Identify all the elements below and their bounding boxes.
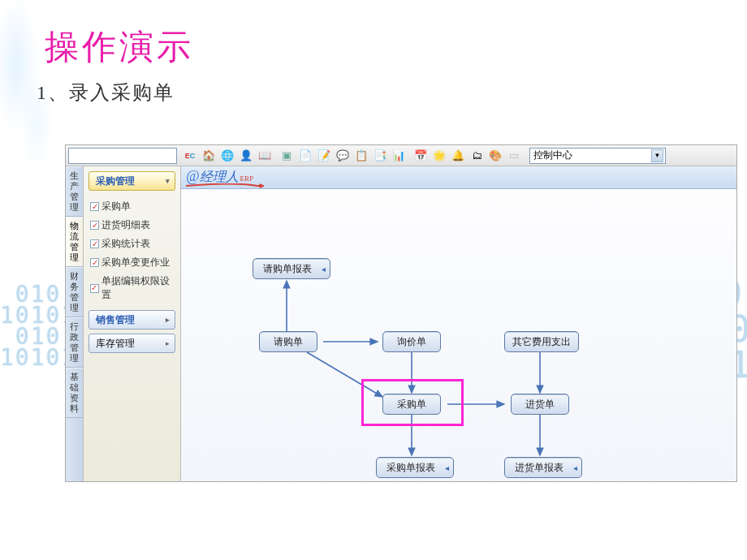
tree-item-receipt-detail[interactable]: ✓进货明细表 [90, 216, 175, 235]
note-a-icon[interactable]: 📋 [352, 147, 370, 165]
vertical-module-tabs: 生产管理 物流管理 财务管理 行政管理 基础资料 [66, 166, 84, 481]
tree-item-doc-perms[interactable]: ✓单据编辑权限设置 [90, 272, 175, 304]
vmod-admin[interactable]: 行政管理 [66, 317, 83, 368]
accordion-sales-label: 销售管理 [96, 313, 135, 327]
blank-panel-icon[interactable]: ▭ [505, 147, 523, 165]
node-requisition[interactable]: 请购单 [259, 331, 317, 352]
node-po-report[interactable]: 采购单报表 [376, 457, 454, 478]
tree-item-po-change[interactable]: ✓采购单变更作业 [90, 253, 175, 272]
window-icon[interactable]: ▣ [278, 147, 296, 165]
accordion-purchase-label: 采购管理 [96, 174, 135, 188]
app-body: 生产管理 物流管理 财务管理 行政管理 基础资料 采购管理 ▾ ✓采购单 ✓进货… [66, 166, 736, 481]
vmod-finance[interactable]: 财务管理 [66, 267, 83, 317]
book-icon[interactable]: 📖 [256, 147, 274, 165]
slide-subtitle: 1、录入采购单 [37, 80, 175, 106]
calendar-icon[interactable]: 📅 [412, 147, 430, 165]
workflow-canvas: @经理人ERP [181, 166, 736, 481]
tree-item-po[interactable]: ✓采购单 [90, 197, 175, 216]
node-other-cost[interactable]: 其它费用支出 [504, 331, 579, 352]
logo-underline-icon [186, 183, 264, 187]
vmod-basics[interactable]: 基础资料 [66, 368, 83, 418]
checkbox-icon: ✓ [90, 258, 99, 267]
checkbox-icon: ✓ [90, 221, 99, 230]
node-purchase-order[interactable]: 采购单 [382, 394, 441, 415]
node-quote[interactable]: 询价单 [382, 331, 441, 352]
chevron-down-icon: ▼ [651, 149, 663, 162]
purchase-tree: ✓采购单 ✓进货明细表 ✓采购统计表 ✓采购单变更作业 ✓单据编辑权限设置 [89, 195, 175, 306]
chevron-right-icon: ▸ [166, 316, 170, 324]
user-icon[interactable]: 👤 [237, 147, 255, 165]
main-toolbar: EC 🏠 🌐 👤 📖 ▣ 📄 📝 💬 📋 📑 📊 📅 🌟 🔔 🗂 🎨 ▭ 控制中… [66, 145, 736, 166]
card-icon[interactable]: 🗂 [468, 147, 486, 165]
accordion-stock[interactable]: 库存管理 ▸ [89, 334, 175, 353]
doc-arrow-icon[interactable]: 📝 [315, 147, 333, 165]
chevron-down-icon: ▾ [166, 177, 170, 185]
accordion-sales[interactable]: 销售管理 ▸ [89, 310, 175, 330]
chat-icon[interactable]: 💬 [334, 147, 352, 165]
home-icon[interactable]: 🏠 [200, 147, 218, 165]
checkbox-icon: ✓ [90, 284, 99, 293]
sheet-icon[interactable]: 📄 [296, 147, 314, 165]
globe-icon[interactable]: 🌐 [218, 147, 236, 165]
language-switch-icon[interactable]: EC [181, 147, 199, 165]
star-icon[interactable]: 🌟 [430, 147, 448, 165]
svg-point-0 [259, 184, 263, 188]
bell-icon[interactable]: 🔔 [449, 147, 467, 165]
node-requisition-report[interactable]: 请购单报表 [253, 258, 330, 279]
canvas-header: @经理人ERP [181, 166, 736, 189]
tree-item-po-stats[interactable]: ✓采购统计表 [90, 235, 175, 253]
node-receipt-report[interactable]: 进货单报表 [504, 457, 582, 478]
svg-line-4 [307, 352, 382, 397]
erp-app-window: EC 🏠 🌐 👤 📖 ▣ 📄 📝 💬 📋 📑 📊 📅 🌟 🔔 🗂 🎨 ▭ 控制中… [65, 144, 737, 482]
vmod-logistics[interactable]: 物流管理 [66, 217, 83, 267]
address-field[interactable] [68, 148, 177, 164]
note-b-icon[interactable]: 📑 [371, 147, 389, 165]
vmod-production[interactable]: 生产管理 [66, 166, 83, 217]
module-dropdown-label: 控制中心 [533, 149, 572, 162]
accordion-stock-label: 库存管理 [96, 337, 135, 351]
slide-title: 操作演示 [45, 24, 194, 70]
checkbox-icon: ✓ [90, 202, 99, 211]
nav-sidebar: 采购管理 ▾ ✓采购单 ✓进货明细表 ✓采购统计表 ✓采购单变更作业 ✓单据编辑… [84, 166, 181, 481]
node-receipt[interactable]: 进货单 [511, 394, 569, 415]
accordion-purchase[interactable]: 采购管理 ▾ [89, 171, 175, 191]
chevron-right-icon: ▸ [166, 339, 170, 347]
module-dropdown[interactable]: 控制中心 ▼ [529, 148, 666, 164]
palette-icon[interactable]: 🎨 [486, 147, 504, 165]
chart-icon[interactable]: 📊 [390, 147, 408, 165]
checkbox-icon: ✓ [90, 239, 99, 248]
